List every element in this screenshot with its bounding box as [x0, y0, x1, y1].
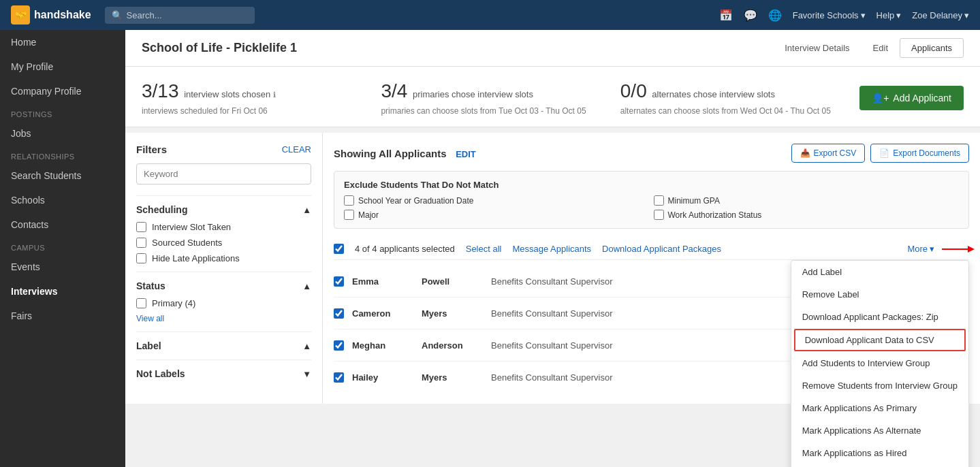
chevron-down-icon: ▼ [302, 369, 311, 379]
export-csv-button[interactable]: 📥 Export CSV [791, 144, 866, 163]
applicant-last-name-4: Myers [422, 372, 483, 383]
sidebar-section-relationships: Relationships [0, 146, 125, 163]
exclude-major-checkbox[interactable] [344, 210, 354, 220]
scheduling-title: Scheduling [136, 204, 187, 215]
applicant-first-name-2: Cameron [352, 308, 413, 319]
export-docs-label: Export Documents [893, 148, 960, 158]
exclude-min-gpa-label: Minimum GPA [668, 196, 720, 206]
filter-hide-late: Hide Late Applications [136, 253, 311, 263]
favorite-schools-label: Favorite Schools [793, 10, 859, 20]
keyword-input[interactable] [136, 163, 311, 184]
applicant-row-checkbox-2[interactable] [334, 308, 344, 319]
sidebar-item-my-profile[interactable]: My Profile [0, 54, 125, 79]
dropdown-mark-primary[interactable]: Mark Applications As Primary [791, 397, 968, 419]
exclude-min-gpa-checkbox[interactable] [654, 195, 664, 206]
sidebar-item-contacts[interactable]: Contacts [0, 212, 125, 237]
help-nav[interactable]: Help ▾ [876, 10, 902, 20]
filter-interview-slot: Interview Slot Taken [136, 222, 311, 232]
stat-alternates-fraction: 0/0 [620, 80, 647, 101]
exclude-min-gpa: Minimum GPA [654, 195, 960, 206]
info-icon[interactable]: ℹ [273, 91, 276, 99]
more-button[interactable]: More ▾ [907, 244, 969, 254]
select-all-link[interactable]: Select all [466, 244, 502, 254]
applicant-row-checkbox-3[interactable] [334, 340, 344, 351]
export-documents-button[interactable]: 📄 Export Documents [870, 144, 969, 163]
dropdown-mark-alternate[interactable]: Mark Applications As Alternate [791, 419, 968, 442]
logo-icon: 🤝 [11, 5, 30, 25]
filters-title: Filters [136, 144, 167, 155]
filter-section-label-header[interactable]: Label ▲ [136, 340, 311, 351]
dropdown-remove-students[interactable]: Remove Students from Interview Group [791, 374, 968, 397]
sidebar-item-home[interactable]: Home [0, 30, 125, 54]
message-icon[interactable]: 💬 [744, 9, 757, 22]
tab-applicants[interactable]: Applicants [900, 38, 964, 58]
sidebar-item-fairs[interactable]: Fairs [0, 304, 125, 328]
edit-link[interactable]: EDIT [456, 149, 476, 159]
message-applicants-link[interactable]: Message Applicants [512, 244, 591, 254]
stat-primaries: 3/4 primaries chose interview slots prim… [381, 80, 620, 116]
showing-text: Showing All Applicants [334, 148, 447, 159]
dropdown-add-students[interactable]: Add Students to Interview Group [791, 352, 968, 374]
sidebar-item-schools[interactable]: Schools [0, 188, 125, 212]
filters-panel: Filters CLEAR Scheduling ▲ Interview Slo… [125, 133, 323, 404]
download-packages-link[interactable]: Download Applicant Packages [602, 244, 721, 254]
sidebar: Home My Profile Company Profile Postings… [0, 30, 125, 467]
select-all-checkbox[interactable] [334, 244, 344, 254]
more-label: More [907, 244, 928, 254]
applicant-last-name-3: Anderson [422, 340, 483, 351]
person-add-icon: 👤+ [872, 93, 889, 103]
logo[interactable]: 🤝 handshake [11, 5, 91, 25]
view-all-link[interactable]: View all [136, 314, 311, 323]
applicant-last-name-1: Powell [422, 276, 483, 287]
user-nav[interactable]: Zoe Delaney ▾ [912, 10, 969, 20]
interview-slot-checkbox[interactable] [136, 222, 146, 232]
calendar-icon[interactable]: 📅 [719, 9, 733, 22]
page-header: School of Life - Picklelife 1 Interview … [125, 30, 980, 67]
applicant-first-name-1: Emma [352, 276, 413, 287]
filter-section-status-header[interactable]: Status ▲ [136, 280, 311, 291]
arrow-indicator [942, 248, 969, 250]
stat-primaries-label: primaries chose interview slots [413, 89, 533, 99]
search-bar[interactable]: 🔍 [105, 7, 255, 24]
dropdown-remove-label[interactable]: Remove Label [791, 283, 968, 306]
hide-late-checkbox[interactable] [136, 253, 146, 263]
stat-alternates-sub: alternates can choose slots from Wed Oct… [620, 106, 859, 116]
dropdown-add-label[interactable]: Add Label [791, 261, 968, 283]
tab-interview-details[interactable]: Interview Details [773, 38, 861, 58]
dropdown-download-csv[interactable]: Download Applicant Data to CSV [794, 329, 966, 351]
filter-primary: Primary (4) [136, 298, 311, 308]
sidebar-item-company-profile[interactable]: Company Profile [0, 79, 125, 103]
exclude-major-label: Major [358, 210, 379, 220]
stat-slots-label: interview slots chosen ℹ [184, 89, 276, 99]
applicant-row-checkbox-1[interactable] [334, 276, 344, 287]
search-icon: 🔍 [112, 10, 123, 20]
clear-filters-button[interactable]: CLEAR [282, 144, 311, 155]
add-applicant-button[interactable]: 👤+ Add Applicant [859, 86, 964, 110]
filter-section-not-labels-header[interactable]: Not Labels ▼ [136, 368, 311, 379]
sidebar-item-search-students[interactable]: Search Students [0, 163, 125, 188]
chevron-up-icon: ▲ [302, 205, 311, 215]
sidebar-item-interviews[interactable]: Interviews [0, 279, 125, 304]
applicant-row-checkbox-4[interactable] [334, 372, 344, 383]
exclude-work-auth-checkbox[interactable] [654, 210, 664, 220]
filter-section-scheduling-header[interactable]: Scheduling ▲ [136, 204, 311, 215]
primary-checkbox[interactable] [136, 298, 146, 308]
export-buttons: 📥 Export CSV 📄 Export Documents [791, 144, 969, 163]
exclude-school-year-checkbox[interactable] [344, 195, 354, 206]
sourced-students-checkbox[interactable] [136, 238, 146, 248]
filter-sourced-students: Sourced Students [136, 238, 311, 248]
globe-icon[interactable]: 🌐 [768, 9, 782, 22]
applicants-panel: Showing All Applicants EDIT 📥 Export CSV… [323, 133, 980, 404]
applicant-first-name-4: Hailey [352, 372, 413, 383]
favorite-schools-nav[interactable]: Favorite Schools ▾ [793, 10, 866, 20]
sidebar-item-jobs[interactable]: Jobs [0, 121, 125, 146]
search-input[interactable] [127, 10, 248, 20]
tab-edit[interactable]: Edit [862, 38, 900, 58]
dropdown-mark-declined[interactable]: Mark Applications As Declined [791, 464, 968, 467]
dropdown-mark-hired[interactable]: Mark Applications as Hired [791, 442, 968, 464]
export-csv-label: Export CSV [814, 148, 857, 158]
chevron-down-icon: ▾ [964, 10, 969, 20]
dropdown-download-zip[interactable]: Download Applicant Packages: Zip [791, 306, 968, 328]
sidebar-item-events[interactable]: Events [0, 255, 125, 279]
exclude-work-auth: Work Authorization Status [654, 210, 960, 220]
